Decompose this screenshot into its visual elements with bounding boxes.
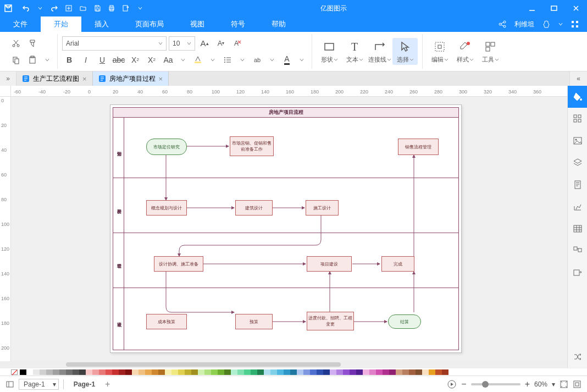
fullscreen-button[interactable] (573, 380, 582, 389)
swimlane-title[interactable]: 房地产项目流程 (113, 108, 458, 118)
node-box[interactable]: 建筑设计 (235, 200, 273, 216)
horizontal-scrollbar[interactable] (0, 361, 567, 368)
paste-dropdown[interactable] (42, 53, 53, 67)
panel-page-button[interactable] (568, 174, 588, 196)
node-box[interactable]: 项目建设 (307, 256, 352, 272)
color-swatch[interactable] (231, 369, 237, 375)
share-icon[interactable] (498, 20, 507, 29)
decrease-font-button[interactable]: A▾ (214, 36, 228, 51)
italic-button[interactable]: I (79, 53, 93, 67)
page[interactable]: 房地产项目流程 营销计划 设计和开发 工程管理 成本管理 (110, 104, 462, 353)
color-swatch[interactable] (99, 369, 106, 375)
color-swatch[interactable] (336, 369, 343, 375)
underline-button[interactable]: U (95, 53, 109, 67)
subscript-button[interactable]: X2 (145, 53, 159, 67)
export-dropdown[interactable] (134, 2, 146, 14)
bullets-dropdown[interactable] (237, 53, 248, 67)
node-box[interactable]: 完成 (381, 256, 414, 272)
color-swatch[interactable] (277, 369, 284, 375)
node-box[interactable]: 概念规划与设计 (146, 200, 187, 216)
color-swatch[interactable] (303, 369, 310, 375)
node-box[interactable]: 成本预算 (146, 314, 187, 329)
menu-page-layout[interactable]: 页面布局 (122, 16, 177, 32)
color-swatch[interactable] (237, 369, 244, 375)
new-button[interactable] (63, 2, 75, 14)
close-button[interactable] (565, 0, 587, 16)
color-swatch[interactable] (73, 369, 79, 375)
color-swatch[interactable] (33, 369, 40, 375)
color-swatch[interactable] (119, 369, 125, 375)
paste-button[interactable] (25, 53, 40, 67)
tools-button[interactable]: 工具 (478, 38, 503, 65)
node-box[interactable]: 市场营销、促销和售前准备工作 (230, 136, 274, 156)
print-button[interactable] (106, 2, 118, 14)
page-select[interactable]: Page-1▾ (19, 379, 59, 390)
undo-dropdown[interactable] (34, 2, 46, 14)
color-swatch[interactable] (363, 369, 369, 375)
color-swatch[interactable] (218, 369, 224, 375)
zoom-slider[interactable] (471, 383, 520, 385)
lane-label-3[interactable]: 成本管理 (113, 288, 124, 350)
color-swatch[interactable] (185, 369, 191, 375)
shape-tool-button[interactable]: 形状 (317, 38, 342, 65)
color-swatch[interactable] (402, 369, 409, 375)
color-swatch[interactable] (297, 369, 303, 375)
text-direction-dropdown[interactable] (267, 53, 278, 67)
lane-label-2[interactable]: 工程管理 (113, 233, 124, 288)
tabs-scroll-button[interactable]: » (0, 71, 16, 86)
presentation-button[interactable] (447, 379, 457, 389)
color-swatch[interactable] (396, 369, 402, 375)
text-tool-button[interactable]: T文本 (342, 38, 367, 65)
zoom-in-button[interactable]: + (525, 379, 530, 389)
color-swatch[interactable] (171, 369, 178, 375)
tab-close-button[interactable]: × (159, 75, 163, 83)
color-swatch[interactable] (152, 369, 158, 375)
panel-image-button[interactable] (568, 130, 588, 152)
tab-close-button[interactable]: × (82, 75, 87, 83)
color-swatch[interactable] (204, 369, 211, 375)
save-button[interactable] (91, 2, 103, 14)
color-swatch[interactable] (145, 369, 152, 375)
color-swatch[interactable] (132, 369, 139, 375)
color-swatch[interactable] (323, 369, 330, 375)
color-swatch[interactable] (310, 369, 317, 375)
zoom-out-button[interactable]: − (461, 379, 466, 389)
style-tool-button[interactable]: 样式 (452, 38, 478, 65)
color-swatch[interactable] (46, 369, 53, 375)
color-swatch[interactable] (343, 369, 350, 375)
menu-home[interactable]: 开始 (41, 16, 81, 32)
color-swatch[interactable] (20, 369, 26, 375)
menu-file[interactable]: 文件 (0, 16, 41, 32)
cut-button[interactable] (9, 36, 23, 51)
color-swatch[interactable] (251, 369, 257, 375)
color-swatch[interactable] (112, 369, 119, 375)
right-panel-collapse[interactable]: « (569, 71, 587, 86)
color-swatch[interactable] (106, 369, 112, 375)
panel-layers-button[interactable] (568, 152, 588, 174)
color-swatch[interactable] (383, 369, 389, 375)
color-swatch[interactable] (211, 369, 218, 375)
color-swatch[interactable] (26, 369, 33, 375)
color-swatch[interactable] (244, 369, 251, 375)
color-swatch[interactable] (66, 369, 73, 375)
canvas[interactable]: 房地产项目流程 营销计划 设计和开发 工程管理 成本管理 (11, 97, 567, 361)
color-swatch[interactable] (79, 369, 86, 375)
zoom-dropdown[interactable]: ▾ (552, 380, 555, 388)
export-button[interactable] (120, 2, 132, 14)
color-swatch[interactable] (317, 369, 323, 375)
color-swatch[interactable] (53, 369, 59, 375)
color-swatch[interactable] (224, 369, 231, 375)
color-swatch[interactable] (409, 369, 416, 375)
increase-font-button[interactable]: A▴ (197, 36, 212, 51)
panel-chart-button[interactable] (568, 196, 588, 218)
menu-symbols[interactable]: 符号 (218, 16, 258, 32)
panel-table-button[interactable] (568, 218, 588, 240)
node-box[interactable]: 施工设计 (306, 200, 339, 216)
color-swatch[interactable] (442, 369, 448, 375)
color-swatch[interactable] (350, 369, 356, 375)
panel-grid-button[interactable] (568, 108, 588, 130)
case-button[interactable]: Aa (161, 53, 175, 67)
color-swatch[interactable] (40, 369, 46, 375)
color-swatch[interactable] (435, 369, 442, 375)
color-swatch[interactable] (389, 369, 396, 375)
